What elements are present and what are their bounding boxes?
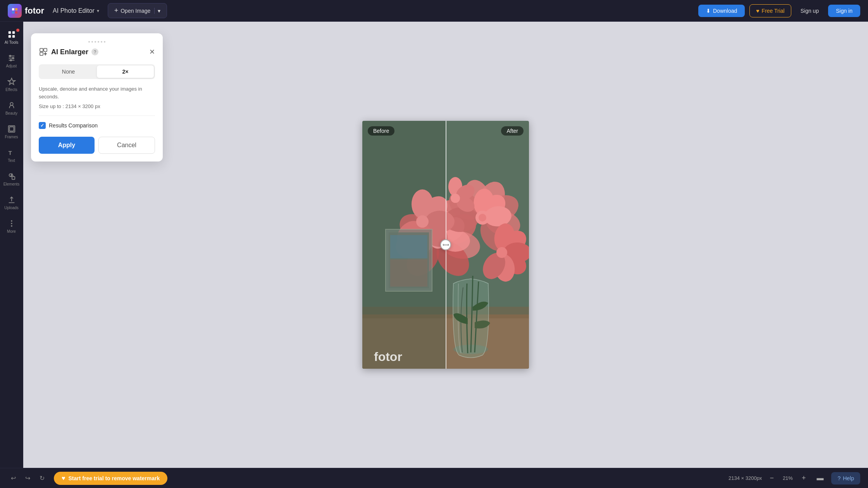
sidebar-item-ai-tools[interactable]: AI Tools (2, 26, 22, 48)
elements-icon (7, 172, 16, 180)
svg-point-66 (496, 247, 507, 258)
download-label: Download (713, 8, 737, 14)
panel-title-group: AI Enlarger ? (39, 47, 98, 57)
sidebar-item-text[interactable]: T Text (2, 144, 22, 167)
svg-text:fotor: fotor (374, 350, 402, 364)
panel-title: AI Enlarger (51, 48, 88, 56)
svg-rect-20 (44, 48, 47, 52)
open-image-dropdown-icon[interactable]: ▾ (154, 8, 160, 14)
svg-rect-19 (40, 48, 43, 52)
chevron-down-icon: ▾ (97, 8, 99, 14)
more-icon (7, 219, 16, 228)
active-dot (16, 29, 19, 32)
toggle-none[interactable]: None (40, 65, 97, 78)
svg-rect-15 (12, 177, 14, 179)
logo-icon (8, 4, 22, 18)
image-preview[interactable]: Before After (362, 121, 529, 369)
bottom-bar: ↩ ↪ ↻ ♥ Start free trial to remove water… (0, 468, 868, 488)
history-buttons: ↩ ↪ ↻ (8, 472, 48, 484)
results-comparison-checkbox[interactable] (39, 122, 46, 129)
open-image-label: Open Image (121, 8, 150, 14)
watermark-cta-label: Start free trial to remove watermark (69, 475, 160, 481)
image-dimensions: 2134 × 3200px (728, 475, 762, 481)
sidebar-item-effects[interactable]: Effects (2, 74, 22, 96)
comparison-handle[interactable] (440, 239, 451, 250)
apply-button[interactable]: Apply (39, 137, 95, 154)
download-button[interactable]: ⬇ Download (698, 5, 745, 17)
sidebar-item-more[interactable]: More (2, 215, 22, 237)
svg-rect-2 (8, 35, 10, 38)
sidebar-item-elements-label: Elements (3, 182, 20, 186)
navbar-right: ⬇ Download ♥ Free Trial Sign up Sign in (698, 4, 860, 17)
help-icon: ? (837, 475, 840, 481)
results-comparison-row: Results Comparison (39, 122, 155, 129)
layout-toggle-button[interactable]: ▬ (813, 473, 827, 484)
sidebar: AI Tools Adjust Effects Be (0, 22, 23, 468)
drag-dots (88, 41, 105, 43)
svg-point-52 (479, 214, 486, 222)
reset-button[interactable]: ↻ (36, 472, 48, 484)
sidebar-item-beauty-label: Beauty (5, 111, 17, 115)
bottom-right: 2134 × 3200px − 21% + ▬ ? Help (728, 472, 860, 485)
heart-icon: ♥ (756, 8, 759, 14)
sidebar-item-text-label: Text (8, 158, 15, 163)
cancel-button[interactable]: Cancel (98, 137, 155, 154)
scale-toggle-group: None 2× (39, 64, 155, 79)
ai-photo-editor-label: AI Photo Editor (53, 7, 95, 14)
sidebar-item-uploads[interactable]: Uploads (2, 192, 22, 214)
zoom-level: 21% (780, 475, 796, 481)
signup-label: Sign up (801, 8, 819, 14)
svg-text:T: T (8, 150, 12, 156)
results-comparison-label: Results Comparison (49, 122, 98, 129)
signup-button[interactable]: Sign up (796, 5, 823, 17)
zoom-out-button[interactable]: − (766, 473, 777, 484)
upload-icon (7, 196, 16, 204)
signin-label: Sign in (836, 8, 852, 14)
open-image-button[interactable]: + Open Image ▾ (108, 3, 167, 18)
svg-rect-12 (9, 127, 14, 131)
panel-size-info: Size up to : 2134 × 3200 px (39, 103, 155, 116)
panel-description: Upscale, denoise and enhance your images… (39, 85, 155, 100)
ai-enlarger-icon (39, 47, 48, 57)
toggle-2x[interactable]: 2× (97, 65, 154, 78)
zoom-in-button[interactable]: + (799, 473, 809, 484)
info-icon[interactable]: ? (91, 48, 98, 55)
signin-button[interactable]: Sign in (828, 5, 860, 17)
undo-button[interactable]: ↩ (8, 472, 19, 484)
after-label: After (501, 126, 524, 136)
panel-header: AI Enlarger ? ✕ (39, 47, 155, 57)
redo-button[interactable]: ↪ (22, 472, 33, 484)
free-trial-button[interactable]: ♥ Free Trial (749, 4, 791, 17)
svg-point-18 (11, 225, 12, 227)
frames-icon (7, 125, 16, 133)
svg-point-70 (451, 194, 460, 203)
sidebar-item-beauty[interactable]: Beauty (2, 97, 22, 119)
before-label: Before (368, 126, 394, 136)
watermark-remove-button[interactable]: ♥ Start free trial to remove watermark (54, 472, 167, 485)
svg-point-17 (11, 223, 12, 224)
svg-rect-3 (12, 35, 14, 38)
sidebar-item-frames[interactable]: Frames (2, 121, 22, 143)
sidebar-item-adjust[interactable]: Adjust (2, 50, 22, 72)
logo[interactable]: fotor (8, 4, 44, 18)
logo-text: fotor (25, 6, 44, 16)
svg-rect-1 (12, 31, 14, 34)
free-trial-label: Free Trial (762, 8, 785, 14)
sliders-icon (7, 54, 16, 62)
svg-rect-0 (8, 31, 10, 34)
action-buttons: Apply Cancel (39, 137, 155, 154)
svg-point-5 (9, 55, 11, 57)
main-area: AI Tools Adjust Effects Be (0, 22, 868, 468)
sidebar-item-ai-tools-label: AI Tools (5, 40, 18, 45)
panel-close-button[interactable]: ✕ (149, 48, 155, 55)
svg-rect-21 (40, 52, 43, 55)
ai-photo-editor-dropdown[interactable]: AI Photo Editor ▾ (49, 5, 103, 17)
effects-icon (7, 77, 16, 86)
help-button[interactable]: ? Help (831, 472, 860, 485)
svg-point-7 (12, 57, 14, 59)
sidebar-item-effects-label: Effects (5, 88, 17, 92)
sidebar-item-elements[interactable]: Elements (2, 168, 22, 190)
panel-drag-handle[interactable] (39, 41, 155, 43)
beauty-icon (7, 101, 16, 110)
plus-icon: + (114, 7, 119, 15)
